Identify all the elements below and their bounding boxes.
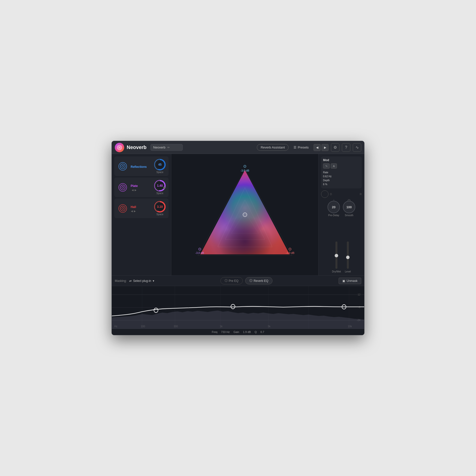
level-slider-container: Level (345, 241, 351, 273)
svg-point-3 (119, 162, 127, 170)
settings-button[interactable]: ⚙ (331, 143, 339, 152)
left-panel: Reflections 45 Space (112, 154, 171, 275)
select-plugin-button[interactable]: ⇌ Select plug-in ▾ (129, 279, 154, 283)
right-panel: Mod ∿ A Rate 0.62 Hz Depth 6 % D R (318, 154, 364, 275)
list-icon: ☰ (294, 146, 297, 149)
bottom-left-db-label: -3.0 dB (195, 251, 204, 254)
mod-wave-button[interactable]: ∿ (323, 163, 330, 169)
freq-label: Freq (212, 330, 217, 333)
hall-section: Hall ◀ ▶ 3.10 Space (114, 199, 169, 218)
select-plugin-label: Select plug-in (133, 279, 151, 283)
freq-value: 733 Hz (221, 330, 230, 333)
mod-a-button[interactable]: A (331, 163, 337, 169)
plugin-window: Neoverb Neoverb ✏ Reverb Assistant ☰ Pre… (112, 141, 364, 335)
plate-label: Plate (131, 184, 138, 188)
dry-wet-slider-container: Dry/Wet (332, 241, 341, 273)
svg-point-9 (119, 205, 127, 212)
next-button[interactable]: ▶ (322, 144, 328, 151)
hall-space-label: Space (156, 213, 163, 216)
presets-label: Presets (298, 146, 309, 149)
dry-wet-track[interactable] (335, 241, 337, 269)
sliders-section: Dry/Wet Level (321, 220, 362, 273)
plate-knob-value: 1.40 (155, 181, 164, 190)
depth-value: 6 % (323, 183, 327, 186)
reverb-assistant-label: Reverb Assistant (261, 146, 285, 149)
q-value: 0.7 (261, 330, 264, 333)
preset-name: Neoverb (153, 146, 165, 149)
help-button[interactable]: ? (342, 143, 350, 152)
plate-prev-arrow[interactable]: ◀ (132, 189, 134, 191)
hall-prev-arrow[interactable]: ◀ (131, 210, 133, 212)
depth-label: Depth (323, 179, 330, 182)
reverb-assistant-button[interactable]: Reverb Assistant (257, 144, 289, 151)
center-panel: ⊙ -3.0 dB (171, 154, 318, 275)
prev-button[interactable]: ◀ (314, 144, 321, 151)
svg-text:-6: -6 (358, 306, 360, 309)
top-vertex-icon: ⊙ (240, 164, 249, 169)
pre-delay-knob[interactable]: 20 (327, 201, 340, 213)
hall-icon (117, 203, 128, 214)
center-cursor[interactable] (243, 212, 247, 217)
pre-eq-label: Pre EQ (229, 279, 238, 283)
reflections-knob[interactable]: 45 (154, 159, 166, 170)
d-label: D (330, 193, 332, 196)
gain-label: Gain (234, 330, 239, 333)
presets-button[interactable]: ☰ Presets (291, 144, 311, 150)
svg-point-5 (122, 165, 124, 167)
hall-knob-value: 3.10 (155, 202, 164, 211)
hall-next-arrow[interactable]: ▶ (134, 210, 136, 212)
reflections-knob-value: 45 (155, 160, 164, 169)
triangle-container: ⊙ -3.0 dB (193, 163, 297, 267)
bottom-right-db-label: -3.0 dB (286, 251, 294, 254)
d-button[interactable] (321, 190, 328, 198)
plugin-icon: ⇌ (129, 279, 132, 283)
pre-eq-tab[interactable]: ⓘ Pre EQ (220, 277, 243, 284)
pre-delay-container: ♩ 20 Pre-Delay (327, 201, 340, 217)
logo-icon (115, 143, 124, 152)
gain-value: 1.9 dB (243, 330, 251, 333)
svg-point-6 (119, 183, 127, 191)
rate-value: 0.62 Hz (323, 175, 331, 178)
pre-eq-icon: ⓘ (225, 279, 228, 283)
mod-section: Mod ∿ A Rate 0.62 Hz Depth 6 % (321, 156, 362, 188)
svg-point-4 (120, 164, 125, 169)
q-label: Q (255, 330, 257, 333)
reflections-icon (117, 161, 128, 172)
smooth-value: 100 (346, 205, 352, 209)
dropdown-chevron-icon: ▾ (153, 279, 154, 283)
level-track[interactable] (347, 241, 349, 269)
plate-space-label: Space (156, 192, 163, 195)
bottom-left-icon: ⊙ (198, 247, 201, 251)
bottom-left-vertex-label: ⊙ -3.0 dB (195, 247, 204, 254)
eq-canvas: 12 -6 -24 Hz 100 300 1k 3k 10k (112, 286, 364, 329)
svg-point-42 (154, 308, 158, 312)
eq-section: Masking: ⇌ Select plug-in ▾ ⓘ Pre EQ ⓘ R… (112, 275, 364, 335)
svg-point-11 (122, 208, 124, 209)
smooth-label: Smooth (345, 214, 353, 217)
preset-name-box[interactable]: Neoverb ✏ (150, 144, 183, 151)
top-vertex-label: ⊙ -3.0 dB (240, 164, 249, 172)
header: Neoverb Neoverb ✏ Reverb Assistant ☰ Pre… (112, 141, 364, 154)
reverb-eq-tab[interactable]: ⓘ Reverb EQ (245, 277, 272, 284)
plate-expand-arrow[interactable]: ▶ (163, 185, 166, 189)
mod-buttons: ∿ A (323, 163, 360, 169)
dry-wet-thumb[interactable] (335, 254, 338, 257)
unmask-button[interactable]: ▣ Unmask (339, 278, 361, 284)
top-db-label: -3.0 dB (240, 169, 249, 172)
plate-next-arrow[interactable]: ▶ (135, 189, 137, 191)
level-thumb[interactable] (346, 256, 350, 259)
reflections-section: Reflections 45 Space (114, 156, 169, 176)
edit-icon: ✏ (167, 146, 170, 149)
reverb-eq-label: Reverb EQ (254, 279, 268, 283)
dr-section: D R (321, 190, 362, 198)
smooth-knob[interactable]: 100 (343, 201, 355, 213)
hall-knob[interactable]: 3.10 (154, 201, 166, 212)
r-label: R (360, 193, 362, 196)
signal-button[interactable]: ∿ (353, 143, 361, 152)
svg-point-43 (231, 304, 235, 309)
main-area: Reflections 45 Space (112, 154, 364, 275)
eq-freq-info: Freq 733 Hz Gain 1.9 dB Q 0.7 (112, 329, 364, 335)
masking-label: Masking: (115, 279, 127, 283)
level-label: Level (345, 270, 351, 273)
rate-label: Rate (323, 171, 328, 174)
